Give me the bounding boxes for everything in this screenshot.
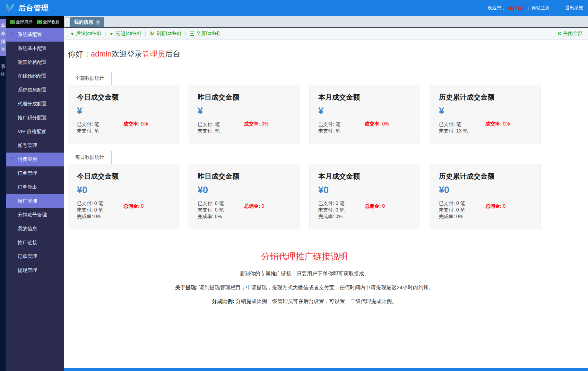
total-commission-label: 总佣金: (244, 203, 260, 209)
sidebar-item-promo-points[interactable]: 推广积分配置 (6, 111, 64, 125)
card-amount: ¥ (318, 106, 411, 117)
card-body: 已支付: 0 笔 未支付: 0 笔 完成率: 0% 总佣金: 0 (318, 200, 411, 220)
total-commission-label: 总佣金: (485, 203, 502, 209)
toolbar-separator: | (105, 31, 106, 36)
expand-all-button[interactable]: ↓ 全部展开 (10, 19, 33, 25)
channel-suanming[interactable]: 算命频道 (0, 19, 6, 56)
chevron-down-icon: ▾ (10, 156, 12, 160)
withdrawal-tip-text: 请到提现管理栏目，申请提现，提现方式为微信或者支付宝，任何时间内申请提现最迟24… (198, 284, 434, 290)
unpaid-count: 未支付: 笔 (77, 128, 123, 134)
back-button[interactable]: ◄ 后退(ctrl+b) (70, 31, 101, 37)
stat-card-yesterday: 昨日成交金额 ¥0 已支付: 0 笔 未支付: 0 笔 完成率: 0% 总佣金:… (189, 164, 300, 229)
card-title: 今日成交金额 (77, 172, 170, 181)
toolbar-separator: | (145, 31, 146, 36)
promo-line-commission-ratio: 分成比例: 分销提成比例一级管理员可在后台设置，可设置一二级代理提成比例。 (68, 298, 541, 305)
total-commission-value: 0 (382, 203, 385, 209)
stat-card-today: 今日成交金额 ¥0 已支付: 0 笔 未支付: 0 笔 完成率: 0% 总佣金:… (68, 164, 179, 229)
sidebar-item-promo-orders[interactable]: 订单管理 (6, 250, 64, 264)
sidebar-item-withdrawal-mgmt[interactable]: 提现管理 (6, 264, 64, 277)
tab-all-stats[interactable]: 全部数据统计 (68, 72, 112, 85)
fullscreen-label: 全屏(ctrl+i) (196, 31, 219, 37)
card-title: 历史累计成交金额 (439, 172, 532, 181)
paid-count: 已支付: 笔 (318, 121, 365, 128)
sidebar-item-system-basic[interactable]: 系统基本配置 (6, 42, 64, 55)
deal-rate: 成交率: 0% (485, 121, 510, 134)
stat-card-today: 今日成交金额 ¥ 已支付: 笔 未支付: 笔 成交率: 0% (68, 85, 179, 144)
total-commission: 总佣金: 0 (123, 203, 144, 220)
logout-link[interactable]: 退出系统 (565, 5, 583, 11)
card-body: 已支付: 笔 未支付: 笔 成交率: 0% (318, 121, 411, 134)
paid-count: 已支付: 0 笔 (198, 200, 244, 207)
tab-close-icon[interactable]: × (96, 20, 100, 25)
sidebar-item-system-info[interactable]: 系统信息配置 (6, 83, 64, 97)
greeting: 你好：admin欢迎登录管理员后台 (68, 49, 588, 59)
greeting-username: admin (91, 50, 112, 58)
sidebar-item-reservation[interactable]: 在线预约配置 (6, 69, 64, 83)
sidebar-item-distributor-accounts[interactable]: 分销账号管理 (6, 208, 64, 222)
stat-card-history: 历史累计成交金额 ¥0 已支付: 0 笔 未支付: 0 笔 完成率: 0% 总佣… (430, 164, 541, 229)
paid-count: 已支付: 笔 (439, 121, 485, 128)
stat-cards-row: 今日成交金额 ¥0 已支付: 0 笔 未支付: 0 笔 完成率: 0% 总佣金:… (68, 164, 588, 229)
collapse-all-button[interactable]: ↑ 全部收起 (37, 19, 60, 25)
card-amount: ¥0 (318, 185, 411, 196)
card-amount: ¥ (439, 106, 532, 117)
brand-logo-icon (5, 3, 15, 13)
close-all-label: 关闭全部 (563, 31, 582, 37)
greeting-suffix: 后台 (165, 50, 180, 58)
fullscreen-icon (190, 32, 194, 36)
paid-count: 已支付: 笔 (77, 121, 123, 128)
sidebar-item-promo-links[interactable]: 推广链接 (6, 236, 64, 250)
tab-scroll-left-button[interactable]: ‹ (64, 17, 69, 26)
sidebar-item-order-mgmt[interactable]: 订单管理 (6, 166, 64, 180)
deal-rate-label: 成交率: (244, 121, 260, 127)
chevron-down-icon: ▾ (10, 31, 12, 35)
tab-bar: ‹ 我的信息 × (64, 16, 588, 28)
sidebar-item-price-config[interactable]: 测算价格配置 (6, 55, 64, 69)
card-body: 已支付: 0 笔 未支付: 0 笔 完成率: 0% 总佣金: 0 (439, 200, 532, 220)
footer-status-bar (64, 368, 588, 371)
sidebar-item-agent-share[interactable]: 代理分成配置 (6, 97, 64, 111)
withdrawal-tip-label: 关于提现: (175, 284, 198, 290)
toolbar: ◄ 后退(ctrl+b) | ► 前进(ctrl+n) | ↻ 刷新(ctrl+… (64, 28, 588, 40)
refresh-button[interactable]: ↻ 刷新(ctrl+q) (150, 31, 181, 37)
deal-rate-label: 成交率: (365, 121, 381, 127)
forward-button[interactable]: ► 前进(ctrl+n) (110, 31, 141, 37)
refresh-icon: ↻ (150, 31, 154, 37)
channel-xitong[interactable]: 系统 (0, 60, 6, 81)
expand-all-icon: ↓ (10, 20, 15, 24)
card-title: 本月成交金额 (318, 93, 411, 102)
sidebar-item-order-export[interactable]: 订单导出 (6, 180, 64, 194)
sidebar-group-promotion[interactable]: ▾ 推广管理 (6, 194, 64, 208)
unpaid-count: 未支付: 13 笔 (439, 128, 485, 134)
card-title: 昨日成交金额 (198, 172, 291, 181)
unpaid-count: 未支付: 0 笔 (439, 207, 485, 213)
completion-rate: 完成率: 0% (77, 213, 123, 220)
card-stats: 已支付: 0 笔 未支付: 0 笔 完成率: 0% (318, 200, 365, 220)
total-commission: 总佣金: 0 (485, 203, 505, 220)
stat-card-history: 历史累计成交金额 ¥ 已支付: 笔 未支付: 13 笔 成交率: 0% (430, 85, 541, 144)
paid-count: 已支付: 0 笔 (77, 200, 123, 207)
total-commission-value: 0 (262, 203, 265, 209)
sidebar-item-my-info[interactable]: 我的信息 (6, 222, 64, 236)
sidebar-group-system-config[interactable]: ▾ 系统基配置 (6, 28, 64, 42)
card-title: 本月成交金额 (318, 172, 411, 181)
ratio-tip-text: 分销提成比例一级管理员可在后台设置，可设置一二级代理提成比例。 (234, 298, 397, 304)
tab-daily-stats[interactable]: 每日数据统计 (68, 151, 112, 164)
sidebar-group-paid-apps[interactable]: ▾ 付费应用 (6, 153, 64, 166)
app-title: 后台管理 (18, 3, 49, 13)
tab-my-info[interactable]: 我的信息 × (70, 17, 104, 27)
close-all-button[interactable]: × 关闭全部 (558, 31, 582, 37)
total-commission-label: 总佣金: (365, 203, 381, 209)
fullscreen-button[interactable]: 全屏(ctrl+i) (190, 31, 219, 37)
site-home-link[interactable]: 网站主页 (532, 5, 550, 11)
card-amount: ¥ (77, 106, 170, 117)
chevron-down-icon: ▾ (10, 197, 12, 202)
close-all-icon: × (558, 31, 561, 37)
header-user-area: 欢迎您， admin | 网站主页 → 退出系统 (487, 5, 583, 11)
sidebar-item-account-mgmt[interactable]: 帐号管理 (6, 139, 64, 153)
total-commission-label: 总佣金: (123, 203, 140, 209)
sidebar-item-vip-price[interactable]: VIP 价格配置 (6, 125, 64, 139)
group-header-label: 推广管理 (18, 198, 37, 204)
greeting-prefix: 你好： (68, 50, 91, 58)
promo-line-withdrawal: 关于提现: 请到提现管理栏目，申请提现，提现方式为微信或者支付宝，任何时间内申请… (68, 284, 541, 291)
